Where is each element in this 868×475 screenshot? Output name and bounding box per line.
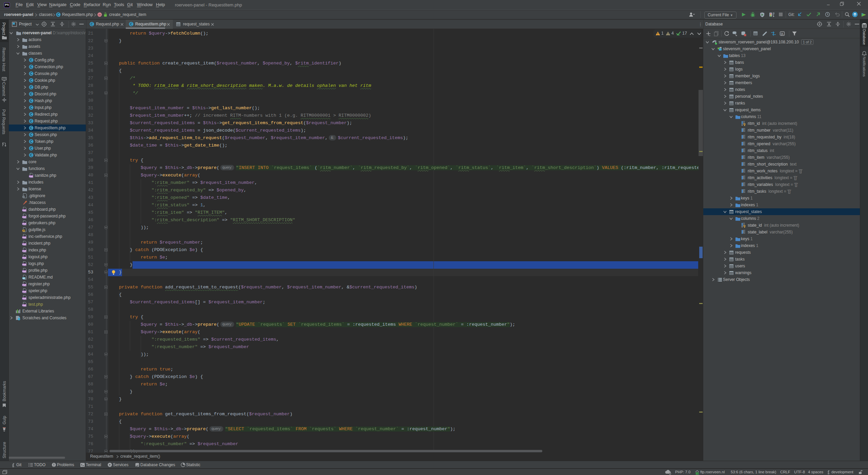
svg-text:PHP: PHP xyxy=(22,243,26,245)
svg-text:JS: JS xyxy=(23,230,25,232)
svg-text:QL: QL xyxy=(781,33,784,35)
svg-text:PHP: PHP xyxy=(22,264,26,266)
svg-text:PHP: PHP xyxy=(22,209,26,211)
svg-text:MD: MD xyxy=(22,277,25,279)
svg-text:PHP: PHP xyxy=(22,298,26,300)
svg-text:PHP: PHP xyxy=(29,175,33,177)
svg-text:PHP: PHP xyxy=(22,284,26,286)
svg-text:FTP: FTP xyxy=(696,473,699,475)
svg-text:PHP: PHP xyxy=(22,257,26,259)
svg-text:PHP: PHP xyxy=(22,223,26,225)
svg-text:PHP: PHP xyxy=(22,250,26,252)
svg-text:PHP: PHP xyxy=(22,304,26,306)
svg-text:m: m xyxy=(99,13,101,16)
svg-text:PHP: PHP xyxy=(22,291,26,293)
svg-text:PHP: PHP xyxy=(22,236,26,239)
svg-text:PHP: PHP xyxy=(22,270,26,272)
svg-text:PHP: PHP xyxy=(22,216,26,218)
